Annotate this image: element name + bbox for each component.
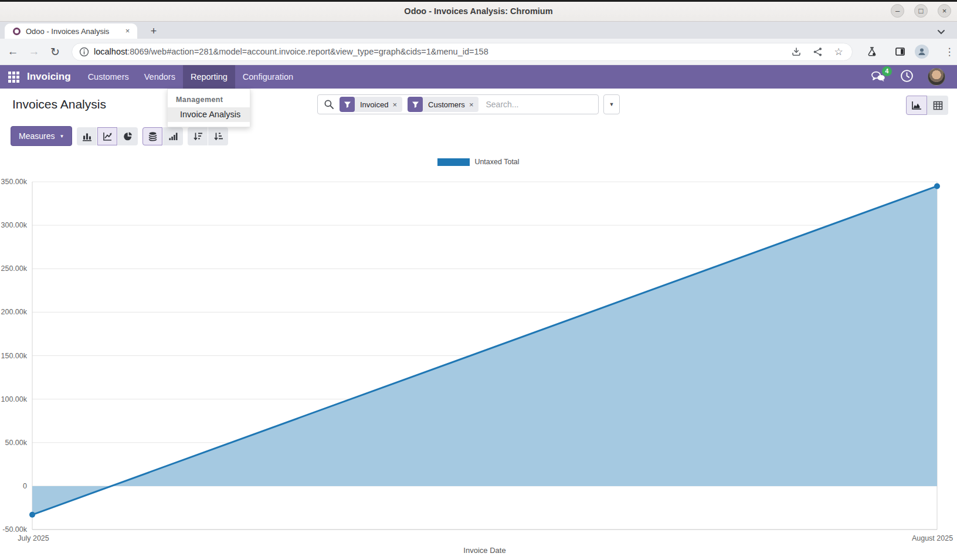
control-panel: Invoices Analysis Invoiced × Customers ×: [0, 89, 957, 121]
message-count-badge: 4: [882, 66, 892, 76]
svg-text:200.00k: 200.00k: [1, 308, 28, 316]
cumulative-toggle-button[interactable]: [163, 127, 183, 145]
filter-chip-customers[interactable]: Customers ×: [408, 97, 478, 112]
window-close-button[interactable]: ×: [938, 4, 951, 18]
svg-text:300.00k: 300.00k: [1, 221, 28, 229]
filter-remove-icon[interactable]: ×: [392, 100, 402, 109]
site-info-icon[interactable]: [79, 47, 89, 57]
search-options-toggle[interactable]: ▼: [603, 94, 620, 114]
share-icon[interactable]: [810, 44, 825, 59]
caret-down-icon: ▼: [59, 134, 64, 139]
search-input[interactable]: Invoiced × Customers × Search...: [317, 94, 599, 114]
measures-button[interactable]: Measures ▼: [11, 126, 72, 146]
svg-text:350.00k: 350.00k: [1, 178, 28, 186]
odoo-favicon-icon: [13, 28, 21, 35]
line-chart-button[interactable]: [97, 127, 117, 145]
messages-icon[interactable]: 4: [871, 70, 886, 83]
tab-strip: Odoo - Invoices Analysis × +: [0, 22, 957, 39]
filter-funnel-icon: [340, 97, 355, 112]
bar-chart-button[interactable]: [77, 127, 97, 145]
odoo-navbar: Invoicing Customers Vendors Reporting Co…: [0, 65, 957, 89]
view-switcher: [906, 96, 948, 115]
search-icon: [324, 99, 334, 110]
experiments-flask-icon[interactable]: [864, 44, 880, 59]
user-avatar[interactable]: [928, 68, 945, 86]
graph-toolbar: Measures ▼: [0, 121, 957, 151]
install-icon[interactable]: [789, 44, 804, 59]
svg-text:July 2025: July 2025: [18, 534, 49, 542]
browser-menu-dots-icon[interactable]: ⋮: [942, 44, 957, 59]
browser-toolbar: ← → ↻ localhost:8069/web#action=281&mode…: [0, 39, 957, 65]
filter-remove-icon[interactable]: ×: [469, 100, 479, 109]
browser-profile-icon[interactable]: [915, 45, 929, 59]
nav-item-configuration[interactable]: Configuration: [235, 65, 301, 89]
forward-icon[interactable]: →: [26, 43, 42, 60]
back-icon[interactable]: ←: [5, 43, 21, 60]
window-title: Odoo - Invoices Analysis: Chromium: [0, 2, 957, 22]
filter-chip-label: Customers: [423, 100, 469, 109]
window-minimize-button[interactable]: –: [891, 4, 904, 18]
legend-swatch: [437, 158, 470, 166]
svg-text:August 2025: August 2025: [912, 534, 953, 542]
chart-region: Untaxed Total -50.00k050.00k100.00k150.0…: [0, 151, 957, 560]
svg-text:50.00k: 50.00k: [5, 439, 27, 447]
nav-item-reporting[interactable]: Reporting: [183, 65, 235, 89]
svg-text:Invoice Date: Invoice Date: [463, 546, 505, 555]
sort-ascending-button[interactable]: [208, 127, 228, 145]
nav-item-customers[interactable]: Customers: [80, 65, 137, 89]
tab-close-icon[interactable]: ×: [123, 26, 133, 36]
line-chart-canvas[interactable]: -50.00k050.00k100.00k150.00k200.00k250.0…: [0, 169, 957, 560]
reporting-dropdown-menu: Management Invoice Analysis: [167, 89, 250, 127]
svg-text:100.00k: 100.00k: [1, 395, 28, 403]
pie-chart-button[interactable]: [118, 127, 138, 145]
page-title: Invoices Analysis: [12, 97, 106, 111]
svg-text:250.00k: 250.00k: [1, 264, 28, 273]
url-host: localhost: [94, 47, 127, 56]
url-path: :8069/web#action=281&model=account.invoi…: [127, 47, 488, 56]
window-titlebar: Odoo - Invoices Analysis: Chromium – □ ×: [0, 0, 957, 22]
pivot-view-button[interactable]: [927, 96, 948, 115]
tab-title: Odoo - Invoices Analysis: [26, 27, 123, 36]
legend-label: Untaxed Total: [474, 158, 519, 166]
activities-clock-icon[interactable]: [900, 69, 914, 85]
new-tab-button[interactable]: +: [147, 25, 161, 39]
browser-tab[interactable]: Odoo - Invoices Analysis ×: [5, 23, 137, 39]
reload-icon[interactable]: ↻: [47, 43, 63, 60]
menu-item-invoice-analysis[interactable]: Invoice Analysis: [168, 107, 250, 122]
window-maximize-button[interactable]: □: [914, 4, 928, 18]
svg-text:150.00k: 150.00k: [1, 352, 28, 360]
filter-chip-label: Invoiced: [355, 100, 392, 109]
side-panel-icon[interactable]: [892, 44, 908, 59]
apps-grid-icon[interactable]: [0, 65, 27, 89]
filter-chip-invoiced[interactable]: Invoiced ×: [340, 97, 402, 112]
chart-legend[interactable]: Untaxed Total: [0, 158, 957, 166]
url-bar[interactable]: localhost:8069/web#action=281&model=acco…: [72, 43, 853, 61]
filter-funnel-icon: [408, 97, 423, 112]
dropdown-section-title: Management: [168, 94, 250, 107]
svg-text:-50.00k: -50.00k: [2, 525, 27, 534]
url-text[interactable]: localhost:8069/web#action=281&model=acco…: [94, 47, 783, 56]
svg-text:0: 0: [23, 482, 27, 490]
bookmark-star-icon[interactable]: ☆: [831, 44, 846, 59]
sort-descending-button[interactable]: [188, 127, 208, 145]
tab-search-chevron-icon[interactable]: [935, 25, 948, 38]
stacked-toggle-button[interactable]: [142, 127, 162, 145]
app-name[interactable]: Invoicing: [27, 65, 71, 89]
screen: Odoo - Invoices Analysis: Chromium – □ ×…: [0, 0, 957, 560]
graph-view-button[interactable]: [906, 96, 927, 115]
nav-item-vendors[interactable]: Vendors: [137, 65, 183, 89]
measures-label: Measures: [19, 131, 55, 141]
search-placeholder: Search...: [486, 100, 593, 109]
